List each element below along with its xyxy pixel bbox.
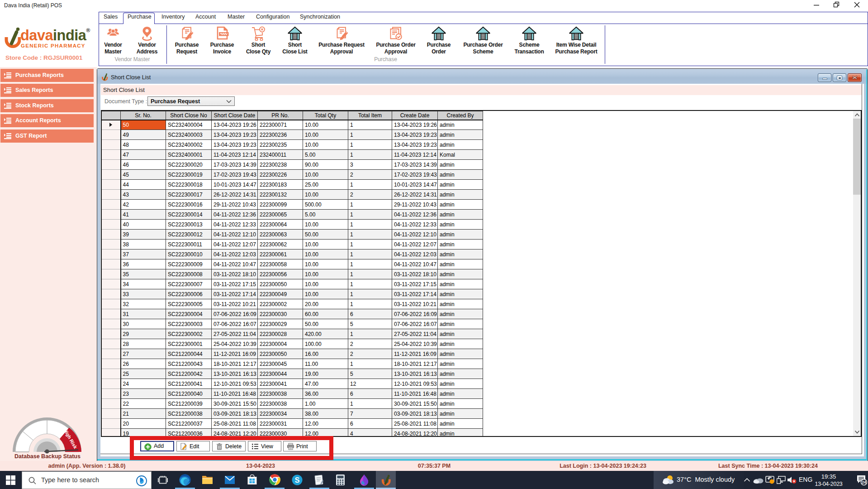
svg-text:S: S: [295, 476, 300, 484]
svg-text:24: 24: [862, 480, 866, 484]
